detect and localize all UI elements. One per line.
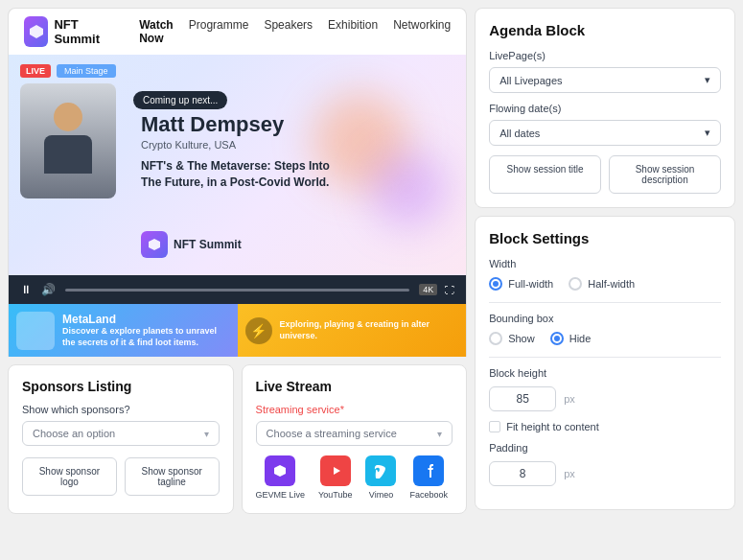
show-tagline-btn[interactable]: Show sponsor tagline bbox=[125, 457, 220, 496]
nav-logo[interactable]: NFT Summit bbox=[24, 16, 112, 47]
banner-right[interactable]: ⚡ Exploring, playing & creating in alter… bbox=[238, 304, 467, 357]
show-radio-circle bbox=[489, 332, 502, 345]
padding-label: Padding bbox=[489, 442, 721, 454]
nav-watch-now[interactable]: Watch Now bbox=[139, 18, 174, 45]
speaker-org: Crypto Kulture, USA bbox=[141, 139, 352, 151]
sponsors-which-label: Show which sponsors? bbox=[22, 404, 220, 415]
show-label: Show bbox=[508, 333, 535, 344]
full-width-radio[interactable]: Full-width bbox=[489, 277, 553, 291]
live-badge-container: LIVE Main Stage bbox=[20, 64, 116, 78]
banner-right-text: Exploring, playing & creating in alter u… bbox=[280, 319, 459, 341]
nav-networking[interactable]: Networking bbox=[393, 18, 451, 45]
banner-left-image bbox=[16, 312, 55, 350]
youtube-label: YouTube bbox=[318, 490, 352, 500]
speaker-info: Matt Dempsey Crypto Kulture, USA NFT's &… bbox=[141, 112, 352, 191]
show-session-desc-btn[interactable]: Show session description bbox=[609, 155, 721, 194]
logo-text: NFT Summit bbox=[54, 17, 112, 46]
banner-left[interactable]: MetaLand Discover & explore planets to u… bbox=[9, 304, 238, 357]
height-unit: px bbox=[564, 393, 575, 405]
hide-radio-circle bbox=[550, 332, 564, 345]
hide-radio[interactable]: Hide bbox=[550, 332, 592, 345]
quality-badge: 4K bbox=[419, 284, 437, 295]
facebook-label: Facebook bbox=[409, 490, 448, 500]
sponsors-toggle-row: Show sponsor logo Show sponsor tagline bbox=[22, 457, 220, 496]
bottom-cards: Sponsors Listing Show which sponsors? Ch… bbox=[8, 364, 467, 514]
flowing-arrow: ▾ bbox=[705, 127, 710, 139]
vimeo-icon-item[interactable]: Vimeo bbox=[365, 455, 396, 500]
logo-icon bbox=[24, 16, 48, 47]
fullscreen-btn[interactable]: ⛶ bbox=[445, 285, 454, 295]
banner-right-icon: ⚡ bbox=[245, 317, 272, 344]
sponsors-select[interactable]: Choose an option ▾ bbox=[22, 421, 220, 446]
sponsors-card: Sponsors Listing Show which sponsors? Ch… bbox=[8, 364, 234, 514]
banner-left-content: MetaLand Discover & explore planets to u… bbox=[62, 313, 230, 348]
show-session-title-btn[interactable]: Show session title bbox=[489, 155, 601, 194]
left-panel: NFT Summit Watch Now Programme Speakers … bbox=[8, 8, 467, 552]
nav-programme[interactable]: Programme bbox=[189, 18, 249, 45]
streaming-label: Streaming service* bbox=[256, 404, 453, 415]
navbar: NFT Summit Watch Now Programme Speakers … bbox=[8, 8, 467, 55]
facebook-icon-item[interactable]: Facebook bbox=[409, 455, 448, 500]
required-star: * bbox=[340, 404, 344, 415]
livepages-arrow: ▾ bbox=[705, 74, 710, 86]
coming-up-bubble: Coming up next... bbox=[133, 91, 227, 109]
half-width-label: Half-width bbox=[588, 278, 635, 290]
banner-left-title: MetaLand bbox=[62, 313, 230, 326]
nav-links: Watch Now Programme Speakers Exhibition … bbox=[139, 18, 451, 45]
video-controls: ⏸ 🔊 4K ⛶ bbox=[8, 275, 467, 304]
height-input[interactable] bbox=[489, 386, 556, 411]
volume-btn[interactable]: 🔊 bbox=[41, 283, 56, 296]
person-body bbox=[44, 135, 92, 174]
event-logo-text: NFT Summit bbox=[174, 238, 242, 251]
livepages-value: All Livepages bbox=[499, 75, 562, 86]
livepages-select[interactable]: All Livepages ▾ bbox=[489, 67, 721, 93]
play-pause-btn[interactable]: ⏸ bbox=[20, 283, 32, 296]
fit-height-label: Fit height to content bbox=[506, 421, 599, 432]
bounding-radio-group: Show Hide bbox=[489, 332, 721, 345]
streaming-select[interactable]: Choose a streaming service ▾ bbox=[256, 421, 453, 446]
height-input-row: px bbox=[489, 386, 721, 411]
agenda-block-title: Agenda Block bbox=[489, 22, 721, 38]
speaker-talk: NFT's & The Metaverse: Steps Into The Fu… bbox=[141, 158, 352, 191]
bounding-label: Bounding box bbox=[489, 313, 721, 324]
fit-height-checkbox[interactable] bbox=[489, 421, 500, 432]
width-radio-group: Full-width Half-width bbox=[489, 277, 721, 291]
person-head bbox=[54, 103, 82, 131]
height-label: Block height bbox=[489, 367, 721, 379]
live-badge: LIVE bbox=[20, 64, 51, 78]
padding-input-row: px bbox=[489, 461, 721, 486]
streaming-select-arrow: ▾ bbox=[437, 429, 442, 439]
divider1 bbox=[489, 302, 721, 303]
livepages-label: LivePage(s) bbox=[489, 50, 721, 61]
agenda-block-card: Agenda Block LivePage(s) All Livepages ▾… bbox=[475, 8, 735, 208]
streaming-select-value: Choose a streaming service bbox=[267, 428, 397, 439]
gevme-icon bbox=[265, 455, 295, 486]
progress-bar[interactable] bbox=[65, 289, 409, 292]
right-panel: Agenda Block LivePage(s) All Livepages ▾… bbox=[475, 8, 735, 552]
half-width-radio[interactable]: Half-width bbox=[569, 277, 635, 291]
show-radio[interactable]: Show bbox=[489, 332, 535, 345]
width-label: Width bbox=[489, 258, 721, 269]
sponsors-select-value: Choose an option bbox=[33, 428, 115, 439]
youtube-icon-item[interactable]: YouTube bbox=[318, 455, 352, 500]
session-btn-group: Show session title Show session descript… bbox=[489, 155, 721, 194]
gevme-live-icon-item[interactable]: GEVME Live bbox=[256, 455, 306, 500]
youtube-icon bbox=[320, 455, 351, 486]
vimeo-icon bbox=[365, 455, 396, 486]
banner-left-text: Discover & explore planets to unravel th… bbox=[62, 326, 230, 348]
vimeo-label: Vimeo bbox=[369, 490, 393, 500]
banner-ads: MetaLand Discover & explore planets to u… bbox=[8, 304, 467, 357]
show-logo-btn[interactable]: Show sponsor logo bbox=[22, 457, 117, 496]
half-width-radio-circle bbox=[569, 277, 582, 291]
speaker-photo-inner bbox=[20, 83, 116, 198]
svg-marker-3 bbox=[334, 467, 340, 475]
padding-input[interactable] bbox=[489, 461, 556, 486]
flowing-label: Flowing date(s) bbox=[489, 103, 721, 114]
nav-speakers[interactable]: Speakers bbox=[264, 18, 313, 45]
blob2 bbox=[370, 151, 447, 227]
livestream-card: Live Stream Streaming service* Choose a … bbox=[242, 364, 468, 514]
event-logo-icon bbox=[141, 231, 168, 258]
nav-exhibition[interactable]: Exhibition bbox=[328, 18, 378, 45]
flowing-value: All dates bbox=[499, 128, 540, 139]
flowing-select[interactable]: All dates ▾ bbox=[489, 120, 721, 146]
